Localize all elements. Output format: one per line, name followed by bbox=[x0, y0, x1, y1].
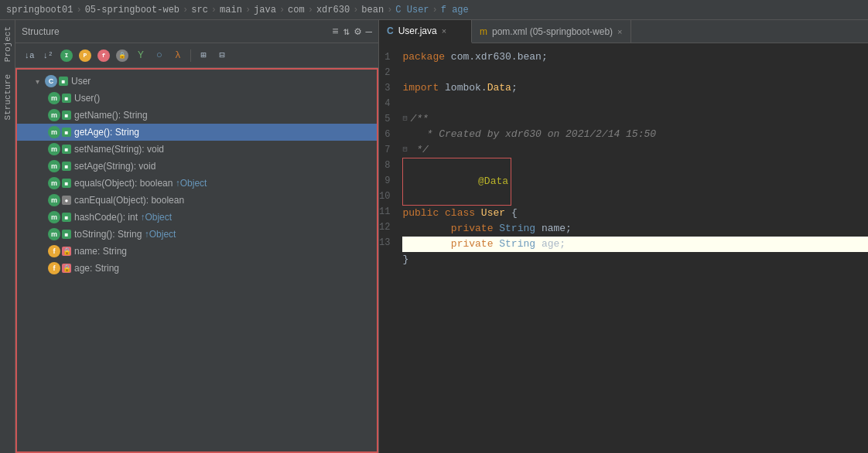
public-icon: ■ bbox=[62, 213, 71, 222]
tree-label-user: User bbox=[71, 76, 91, 87]
public-icon: ■ bbox=[62, 145, 71, 154]
sep6: › bbox=[308, 5, 313, 15]
show-lambda-icon[interactable]: ○ bbox=[152, 48, 167, 63]
breadcrumb-springboot01[interactable]: springboot01 bbox=[6, 5, 73, 15]
line-num-7: 7 bbox=[379, 142, 396, 158]
show-method-icon[interactable]: Y bbox=[133, 48, 149, 63]
breadcrumb-com[interactable]: com bbox=[288, 5, 305, 15]
breadcrumb-bean[interactable]: bean bbox=[361, 5, 384, 15]
code-line-5: ⊟ /** bbox=[402, 111, 868, 127]
show-public-icon[interactable]: P bbox=[77, 48, 93, 63]
public-icon: ■ bbox=[62, 94, 71, 103]
private-icon: 🔒 bbox=[62, 247, 71, 256]
show-inherited-icon[interactable]: I bbox=[59, 48, 74, 63]
tree-item-setage[interactable]: m ■ setAge(String): void bbox=[17, 158, 377, 175]
tree-item-constructor[interactable]: m ■ User() bbox=[17, 90, 377, 107]
tree-label-field-name: name: String bbox=[74, 246, 127, 257]
line-num-4: 4 bbox=[379, 96, 396, 111]
tree-item-getname[interactable]: m ■ getName(): String bbox=[17, 107, 377, 124]
breadcrumb-xdr630[interactable]: xdr630 bbox=[316, 5, 350, 15]
keyword-package: package bbox=[402, 49, 445, 65]
fold-icon-5[interactable]: ⊟ bbox=[402, 111, 407, 127]
method-icon: m bbox=[48, 126, 60, 138]
sort-type-icon[interactable]: ↓² bbox=[40, 48, 56, 63]
tree-item-equals[interactable]: m ■ equals(Object): boolean ↑Object bbox=[17, 175, 377, 192]
collapse-all-icon[interactable]: ⊟ bbox=[214, 48, 230, 63]
keyword-public: public bbox=[402, 206, 439, 221]
tree-label-setname: setName(String): void bbox=[74, 144, 164, 155]
tree-label-equals: equals(Object): boolean ↑Object bbox=[74, 178, 207, 189]
filter-icon[interactable]: ⇅ bbox=[343, 25, 350, 38]
tree-label-setage: setAge(String): void bbox=[74, 161, 155, 172]
keyword-private1: private bbox=[451, 221, 494, 237]
tree-item-field-name[interactable]: f 🔒 name: String bbox=[17, 243, 377, 260]
class-user: User bbox=[481, 206, 505, 221]
import-lombok: lombok bbox=[445, 80, 481, 96]
tree-item-user-class[interactable]: ▾ C ■ User bbox=[17, 73, 377, 90]
keyword-class: class bbox=[445, 206, 475, 221]
sort-alpha-icon[interactable]: ↓a bbox=[22, 48, 37, 63]
field-age-id: age bbox=[542, 237, 559, 252]
show-functional-icon[interactable]: λ bbox=[170, 48, 186, 63]
line-num-8: 8 bbox=[379, 158, 396, 173]
breadcrumb: springboot01 › 05-springboot-web › src ›… bbox=[0, 0, 868, 20]
code-line-7: ⊟ */ bbox=[402, 142, 868, 158]
sidebar-item-structure[interactable]: Structure bbox=[2, 68, 14, 126]
public-icon: ■ bbox=[62, 111, 71, 120]
show-field-icon[interactable]: f bbox=[96, 48, 111, 63]
line-num-2: 2 bbox=[379, 65, 396, 80]
structure-tree: ▾ C ■ User m ■ User() m ■ getName(): Str… bbox=[15, 68, 378, 453]
sidebar-item-project[interactable]: Project bbox=[2, 20, 14, 68]
expand-all-icon[interactable]: ⊞ bbox=[196, 48, 211, 63]
tab-close-user-java[interactable]: × bbox=[442, 26, 446, 36]
line-num-1: 1 bbox=[379, 49, 396, 65]
tab-close-pom-xml[interactable]: × bbox=[617, 27, 622, 36]
minimize-icon[interactable]: — bbox=[366, 26, 372, 38]
java-file-icon: C bbox=[387, 26, 394, 36]
field-name-id: name bbox=[542, 221, 566, 237]
breadcrumb-age-field[interactable]: f age bbox=[441, 5, 469, 15]
tree-item-tostring[interactable]: m ■ toString(): String ↑Object bbox=[17, 226, 377, 243]
xml-file-icon: m bbox=[480, 26, 487, 37]
fold-icon-7[interactable]: ⊟ bbox=[402, 142, 407, 158]
method-icon: m bbox=[48, 92, 60, 104]
editor-panel: C User.java × m pom.xml (05-springboot-w… bbox=[379, 20, 868, 453]
tree-item-canequal[interactable]: m ● canEqual(Object): boolean bbox=[17, 192, 377, 209]
tab-user-java[interactable]: C User.java × bbox=[379, 20, 472, 43]
pkg-xdr: xdr630 bbox=[475, 49, 511, 65]
comment-text: * Created by xdr630 on 2021/2/14 15:50 bbox=[421, 127, 656, 142]
breadcrumb-project[interactable]: 05-springboot-web bbox=[85, 5, 179, 15]
method-icon: m bbox=[48, 228, 60, 240]
import-data-class: Data bbox=[487, 80, 511, 96]
tab-pom-xml[interactable]: m pom.xml (05-springboot-web) × bbox=[472, 20, 631, 43]
line-num-9: 9 bbox=[379, 173, 396, 189]
code-line-11: private String age; bbox=[402, 237, 868, 252]
line-num-5: 5 bbox=[379, 111, 396, 127]
settings-icon[interactable]: ⚙ bbox=[354, 25, 361, 38]
breadcrumb-main[interactable]: main bbox=[220, 5, 242, 15]
tree-item-getage[interactable]: m ■ getAge(): String bbox=[17, 124, 377, 141]
pkg-bean: bean bbox=[518, 49, 542, 65]
breadcrumb-user-class[interactable]: C User bbox=[395, 5, 429, 15]
show-private-icon[interactable]: 🔒 bbox=[114, 48, 130, 63]
tree-item-hashcode[interactable]: m ■ hashCode(): int ↑Object bbox=[17, 209, 377, 226]
brace-close: } bbox=[402, 252, 408, 267]
breadcrumb-java[interactable]: java bbox=[254, 5, 276, 15]
comment-open: /** bbox=[410, 111, 428, 127]
method-icon: m bbox=[48, 211, 60, 223]
comment-close: */ bbox=[410, 142, 428, 158]
breadcrumb-src[interactable]: src bbox=[191, 5, 208, 15]
line-num-6: 6 bbox=[379, 127, 396, 142]
keyword-private2: private bbox=[451, 237, 494, 252]
sort-icon[interactable]: ≡ bbox=[332, 26, 338, 38]
field-icon: f bbox=[48, 262, 60, 274]
structure-actions: ≡ ⇅ ⚙ — bbox=[332, 25, 372, 38]
tree-item-field-age[interactable]: f 🔒 age: String bbox=[17, 260, 377, 277]
sep5: › bbox=[279, 5, 285, 15]
tree-label-canequal: canEqual(Object): boolean bbox=[74, 195, 184, 206]
tree-item-setname[interactable]: m ■ setName(String): void bbox=[17, 141, 377, 158]
expand-chevron[interactable]: ▾ bbox=[36, 77, 45, 86]
structure-header: Structure ≡ ⇅ ⚙ — bbox=[15, 20, 378, 43]
code-area: 1 2 3 4 5 6 7 8 9 10 11 12 13 package co… bbox=[379, 43, 868, 453]
semicolon1: ; bbox=[542, 49, 548, 65]
